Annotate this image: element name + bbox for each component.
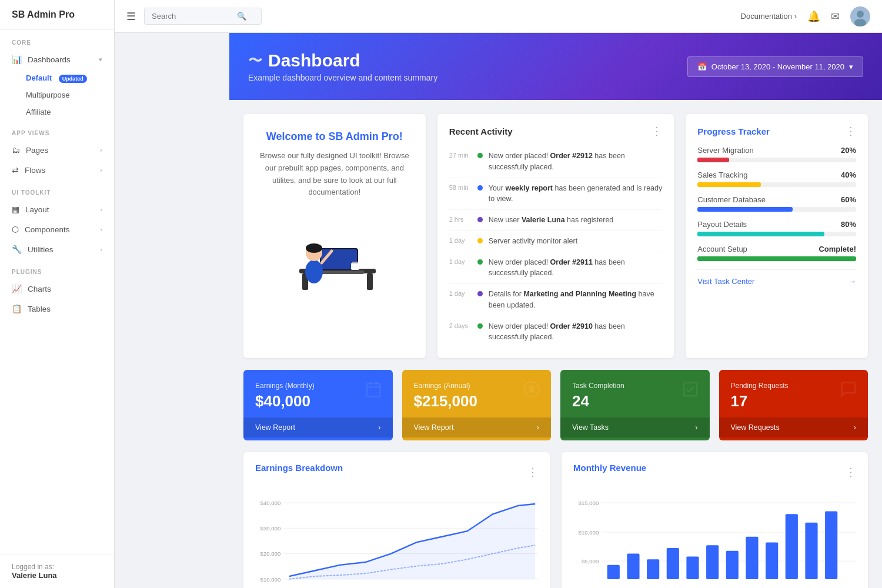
date-range-text: October 13, 2020 - November 11, 2020 (711, 62, 844, 71)
dashboard-subtitle: Example dashboard overview and content s… (248, 73, 437, 82)
progress-label: Customer Database (697, 195, 766, 204)
sidebar-item-layout[interactable]: ▦ Layout › (0, 199, 114, 219)
stat-label: Pending Requests (731, 382, 857, 390)
hamburger-icon[interactable]: ☰ (126, 10, 136, 23)
documentation-link[interactable]: Documentation (741, 12, 797, 21)
activity-menu-icon[interactable]: ⋮ (652, 125, 662, 138)
notification-icon[interactable]: 🔔 (807, 10, 820, 23)
svg-rect-15 (366, 383, 380, 397)
flows-icon: ⇄ (12, 165, 19, 175)
activity-item: 1 day New order placed! Order #2911 has … (449, 252, 663, 285)
svg-rect-42 (706, 545, 719, 579)
earnings-breakdown-card: Earnings Breakdown ⋮ $40,000 $30,000 $20… (243, 452, 550, 588)
stat-footer-link[interactable]: View Report › (243, 417, 393, 437)
search-bar[interactable]: 🔍 (144, 8, 262, 25)
revenue-chart-menu[interactable]: ⋮ (846, 466, 856, 479)
sidebar-item-tables[interactable]: 📋 Tables (0, 299, 114, 319)
svg-rect-46 (786, 514, 798, 579)
activity-text: New order placed! Order #2910 has been s… (489, 321, 663, 343)
chevron-down-icon: ▾ (849, 62, 853, 71)
activity-card-title: Recent Activity (449, 126, 513, 136)
pulse-icon: 〜 (248, 51, 262, 70)
sidebar-item-dashboards[interactable]: 📊 Dashboards ▾ (0, 49, 114, 69)
search-input[interactable] (152, 12, 237, 21)
tables-icon: 📋 (12, 304, 22, 313)
earnings-line-chart: $40,000 $30,000 $20,000 $10,000 (255, 489, 538, 588)
activity-dot (477, 217, 483, 222)
sidebar-item-utilities[interactable]: 🔧 Utilities › (0, 239, 114, 259)
svg-point-11 (306, 243, 322, 253)
utilities-icon: 🔧 (12, 245, 22, 254)
welcome-body: Browse our fully designed UI toolkit! Br… (258, 150, 412, 199)
stat-card-earnings-monthly: Earnings (Monthly) $40,000 View Report › (243, 370, 393, 440)
progress-value: 40% (841, 171, 856, 179)
progress-value: 20% (841, 146, 856, 155)
sidebar-item-label: Flows (25, 166, 45, 175)
app-logo: SB Admin Pro (0, 0, 114, 30)
header-left: 〜 Dashboard Example dashboard overview a… (248, 51, 437, 82)
activity-text: New order placed! Order #2912 has been s… (489, 151, 663, 173)
revenue-chart-area: $15,000 $10,000 $5,000 (573, 489, 856, 588)
visit-task-label: Visit Task Center (697, 277, 754, 286)
progress-bar-fill (697, 207, 793, 212)
progress-menu-icon[interactable]: ⋮ (846, 125, 856, 138)
svg-rect-41 (686, 556, 699, 579)
top-grid: Welcome to SB Admin Pro! Browse our full… (243, 114, 868, 358)
earnings-chart-area: $40,000 $30,000 $20,000 $10,000 (255, 489, 538, 588)
sidebar: SB Admin Pro CORE 📊 Dashboards ▾ Default… (0, 0, 115, 588)
sidebar-sub-item-multipurpose[interactable]: Multipurpose (0, 86, 114, 103)
activity-time: 2 hrs (449, 215, 472, 223)
activity-dot (477, 185, 483, 191)
sidebar-item-charts[interactable]: 📈 Charts (0, 279, 114, 299)
svg-rect-45 (766, 542, 778, 579)
date-range-button[interactable]: 📅 October 13, 2020 - November 11, 2020 ▾ (687, 56, 863, 77)
activity-dot (477, 259, 483, 265)
sidebar-item-pages[interactable]: 🗂 Pages › (0, 140, 114, 160)
stat-icon (840, 380, 857, 402)
stat-footer-link[interactable]: View Tasks › (560, 417, 710, 437)
progress-value: Complete! (818, 245, 856, 253)
activity-dot (477, 238, 483, 243)
activity-dot (477, 291, 483, 296)
progress-card-header: Progress Tracker ⋮ (697, 125, 856, 138)
stat-card-task-completion: Task Completion 24 View Tasks › (560, 370, 710, 440)
activity-item: 1 day Server activity monitor alert (449, 231, 663, 252)
sidebar-section-plugins: PLUGINS (0, 259, 114, 279)
revenue-chart-title: Monthly Revenue (573, 463, 646, 473)
progress-card-title: Progress Tracker (697, 126, 770, 136)
progress-bar-fill (697, 232, 824, 236)
progress-label: Server Migration (697, 146, 753, 155)
sidebar-item-label: Tables (28, 305, 51, 313)
recent-activity-card: Recent Activity ⋮ 27 min New order place… (437, 114, 674, 358)
sidebar-item-flows[interactable]: ⇄ Flows › (0, 160, 114, 180)
sidebar-sub-item-default[interactable]: Default Updated (0, 69, 114, 86)
activity-text: Server activity monitor alert (489, 236, 577, 247)
welcome-title: Welcome to SB Admin Pro! (266, 131, 403, 143)
svg-rect-44 (746, 537, 758, 579)
logged-in-user: Valerie Luna (12, 571, 102, 580)
search-icon: 🔍 (237, 12, 246, 21)
activity-time: 1 day (449, 289, 472, 297)
sidebar-item-label: Dashboards (28, 55, 71, 64)
progress-item: Sales Tracking 40% (697, 171, 856, 187)
svg-point-9 (305, 260, 323, 283)
activity-item: 58 min Your weekly report has been gener… (449, 178, 663, 211)
visit-task-link[interactable]: Visit Task Center → (697, 269, 856, 286)
svg-text:$20,000: $20,000 (260, 550, 281, 557)
activity-time: 1 day (449, 257, 472, 265)
stat-card-earnings-annual: Earnings (Annual) $215,000 View Report › (402, 370, 552, 440)
stat-label: Task Completion (572, 382, 698, 390)
sidebar-item-components[interactable]: ⬡ Components › (0, 219, 114, 239)
charts-row: Earnings Breakdown ⋮ $40,000 $30,000 $20… (243, 452, 868, 588)
stat-footer-label: View Tasks (572, 423, 609, 432)
mail-icon[interactable]: ✉ (831, 10, 840, 23)
sidebar-sub-item-affiliate[interactable]: Affiliate (0, 103, 114, 121)
stat-footer-link[interactable]: View Requests › (719, 417, 868, 437)
arrow-right-icon: → (848, 277, 856, 286)
earnings-chart-menu[interactable]: ⋮ (527, 466, 538, 479)
avatar[interactable] (850, 6, 870, 26)
stat-label: Earnings (Monthly) (255, 382, 381, 390)
stat-footer-link[interactable]: View Report › (402, 417, 552, 437)
stat-cards-row: Earnings (Monthly) $40,000 View Report ›… (243, 370, 868, 440)
stat-value: 24 (572, 392, 698, 410)
